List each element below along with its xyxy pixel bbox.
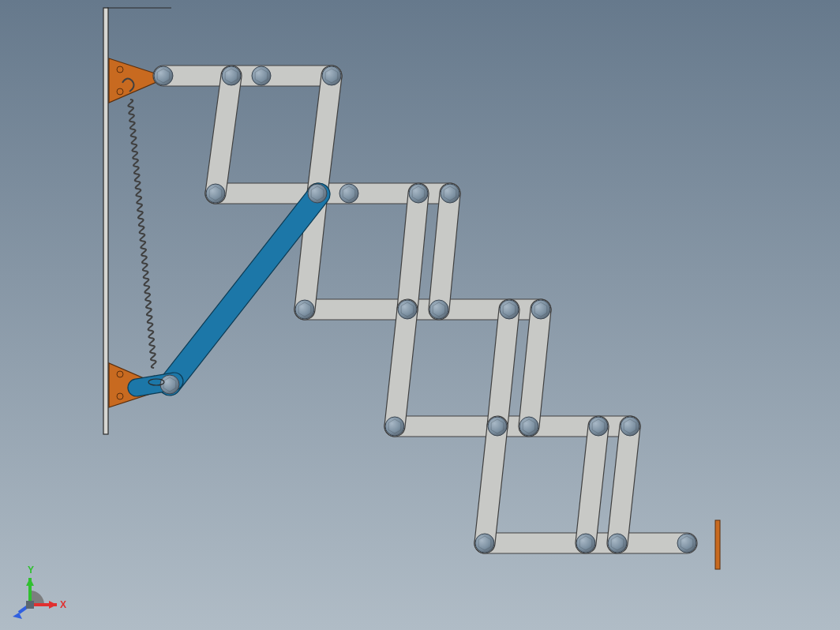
pivot-pin: [608, 534, 627, 553]
pivot-pin: [206, 184, 225, 203]
svg-point-48: [500, 300, 519, 319]
svg-point-24: [154, 66, 173, 85]
extension-spring: [122, 78, 163, 389]
pivot-pin: [385, 417, 404, 436]
svg-point-46: [429, 300, 448, 319]
pivot-pin: [295, 300, 314, 319]
svg-point-60: [621, 417, 639, 436]
pivot-pin: [322, 66, 341, 85]
svg-point-58: [589, 417, 608, 436]
pivot-pin: [621, 417, 639, 436]
svg-point-62: [475, 534, 494, 553]
svg-point-52: [385, 417, 404, 436]
svg-point-26: [222, 66, 241, 85]
svg-point-36: [339, 184, 358, 203]
pivot-pin: [576, 534, 595, 553]
wall-plate: [103, 8, 108, 434]
pivot-pin: [429, 300, 448, 319]
pivot-pin: [409, 184, 428, 203]
svg-marker-73: [13, 613, 22, 619]
scissor-ladder-model[interactable]: [0, 0, 840, 630]
pivot-pin: [160, 375, 179, 394]
orientation-triad[interactable]: Y X: [0, 543, 87, 630]
svg-point-70: [160, 375, 179, 394]
svg-point-50: [531, 300, 550, 319]
axis-x-label: X: [60, 599, 66, 610]
pivot-pin: [252, 66, 271, 85]
pivot-pin: [488, 417, 507, 436]
pivot-pin: [475, 534, 494, 553]
svg-point-32: [206, 184, 225, 203]
svg-rect-6: [153, 66, 342, 86]
pivot-pin: [398, 300, 417, 319]
svg-point-42: [295, 300, 314, 319]
pivot-pin: [519, 417, 538, 436]
svg-point-56: [519, 417, 538, 436]
pivot-pin: [500, 300, 519, 319]
axis-y-label: Y: [28, 564, 34, 576]
cad-viewport[interactable]: Y X: [0, 0, 840, 630]
pivot-pin: [531, 300, 550, 319]
pivot-pin: [441, 184, 459, 203]
svg-point-28: [252, 66, 271, 85]
end-plate: [715, 520, 720, 569]
pivot-pin: [677, 534, 696, 553]
svg-point-38: [409, 184, 428, 203]
svg-marker-77: [49, 601, 57, 609]
svg-point-34: [308, 184, 327, 203]
pivot-pin: [154, 66, 173, 85]
svg-marker-75: [26, 578, 34, 586]
svg-point-64: [576, 534, 595, 553]
link: [153, 66, 342, 86]
pivot-pin: [589, 417, 608, 436]
pivot-pin: [339, 184, 358, 203]
svg-point-68: [677, 534, 696, 553]
pivot-pin: [222, 66, 241, 85]
svg-point-30: [322, 66, 341, 85]
svg-point-66: [608, 534, 627, 553]
triad-origin-cube: [26, 601, 34, 609]
svg-point-44: [398, 300, 417, 319]
pivot-pin: [308, 184, 327, 203]
svg-point-54: [488, 417, 507, 436]
svg-point-40: [441, 184, 459, 203]
